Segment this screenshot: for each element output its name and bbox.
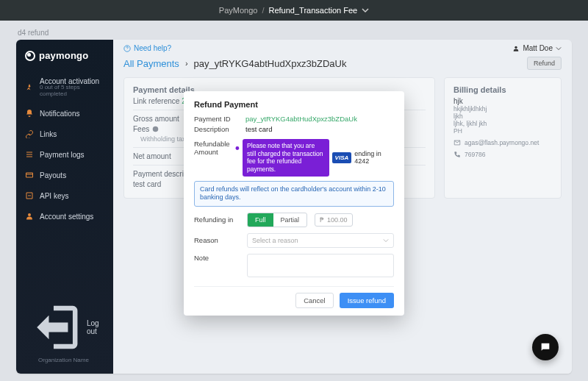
reason-placeholder: Select a reason	[252, 237, 298, 244]
refund-mode-toggle[interactable]: Full Partial	[247, 213, 307, 227]
chat-launcher[interactable]	[532, 334, 559, 360]
top-bar: PayMongo / Refund_Transaction Fee	[0, 0, 588, 21]
refund-modal: Refund Payment Payment IDpay_ytRYKG4abtH…	[184, 91, 404, 316]
secondary-tag: d4 refund	[18, 29, 49, 37]
desc-value: test card	[245, 125, 272, 133]
breadcrumb-page: Refund_Transaction Fee	[268, 6, 357, 15]
breadcrumb-separator: /	[262, 6, 264, 15]
cancel-button[interactable]: Cancel	[295, 293, 334, 308]
chevron-down-icon[interactable]	[362, 7, 369, 14]
reason-label: Reason	[194, 236, 240, 244]
currency-symbol: ₱	[320, 216, 324, 224]
card-ending: ending in 4242	[354, 150, 394, 165]
toggle-full[interactable]: Full	[248, 213, 273, 227]
app-frame: paymongo Account activation 0 out of 5 s…	[16, 40, 572, 374]
note-textarea[interactable]	[247, 254, 394, 277]
pid-value: pay_ytRYKG4abtHudXpxz3bZDaUk	[245, 115, 357, 123]
pid-label: Payment ID	[194, 115, 240, 123]
refundable-label: Refundable Amount	[194, 140, 233, 156]
info-icon[interactable]	[235, 145, 240, 152]
issue-refund-button[interactable]: Issue refund	[340, 293, 394, 308]
amount-input[interactable]: ₱ 100.00	[315, 213, 353, 227]
fee-tooltip: Please note that you are still charged t…	[243, 139, 329, 177]
visa-badge: VISA	[332, 152, 352, 163]
breadcrumb-app: PayMongo	[219, 6, 258, 15]
modal-overlay: Refund Payment Payment IDpay_ytRYKG4abtH…	[16, 40, 572, 374]
modal-title: Refund Payment	[194, 100, 394, 109]
toggle-partial[interactable]: Partial	[273, 213, 307, 227]
amount-value: 100.00	[327, 216, 348, 224]
refunding-label: Refunding in	[194, 216, 240, 224]
desc-label: Description	[194, 125, 240, 133]
chevron-down-icon	[383, 238, 389, 243]
note-label: Note	[194, 254, 240, 262]
svg-point-3	[236, 146, 240, 150]
chat-icon	[539, 341, 551, 353]
reason-select[interactable]: Select a reason	[247, 233, 394, 248]
refund-info-banner: Card refunds will reflect on the cardhol…	[194, 181, 394, 207]
